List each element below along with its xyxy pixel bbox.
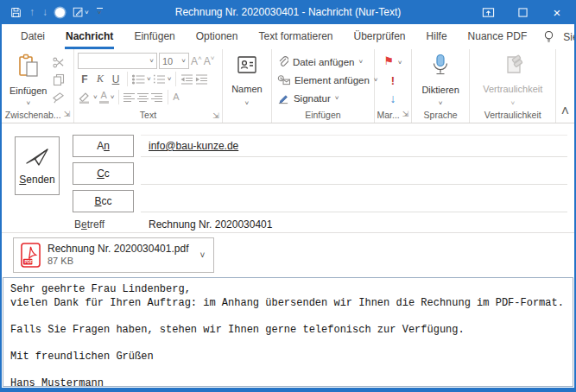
bcc-field[interactable] bbox=[141, 190, 567, 212]
group-label-einfuegen: Einfügen bbox=[305, 110, 340, 120]
paperclip-icon bbox=[277, 55, 288, 68]
redo-down-icon[interactable]: ↓ bbox=[42, 7, 47, 17]
to-recipient[interactable]: info@bau-kunze.de bbox=[149, 140, 238, 152]
chevron-up-icon: ˄ bbox=[561, 104, 569, 119]
circle-icon[interactable] bbox=[55, 8, 65, 17]
attach-file-button[interactable]: Datei anfügen ˅ bbox=[277, 54, 378, 70]
tell-me-label: Sie wüns bbox=[563, 31, 574, 43]
cut-icon[interactable] bbox=[52, 55, 65, 70]
titlebar: ↑ ↓ ˅ ˅ Rechnung Nr. 2020030401 - Nachri… bbox=[2, 0, 574, 24]
shrink-font-button[interactable]: A˅ bbox=[204, 55, 215, 67]
align-left-icon[interactable] bbox=[123, 92, 136, 103]
align-right-icon[interactable] bbox=[151, 92, 163, 103]
cc-field[interactable] bbox=[141, 162, 567, 185]
cc-button[interactable]: Cc bbox=[73, 162, 134, 185]
numbered-list-icon[interactable] bbox=[153, 74, 166, 85]
group-zwischenablage: Einfügen ˅ bbox=[2, 49, 74, 123]
copy-icon[interactable] bbox=[52, 73, 65, 87]
svg-text:PDF: PDF bbox=[24, 260, 33, 264]
edit-pen-icon[interactable]: ˅ bbox=[73, 7, 89, 18]
group-label-markierungen: Mar... bbox=[377, 110, 400, 120]
dictate-button[interactable]: Diktieren ˅ bbox=[417, 52, 463, 108]
attach-item-icon bbox=[277, 74, 290, 85]
tab-text-formatieren[interactable]: Text formatieren bbox=[248, 24, 343, 49]
paper-plane-icon bbox=[24, 147, 50, 168]
align-center-icon[interactable] bbox=[137, 92, 149, 103]
increase-indent-icon[interactable] bbox=[195, 74, 208, 85]
lightbulb-icon bbox=[542, 29, 555, 44]
group-einfuegen-anhang: Datei anfügen ˅ Element anfügen ˅ bbox=[272, 49, 375, 123]
attachment-chevron-icon[interactable]: ˅ bbox=[199, 250, 205, 260]
tab-nuance-pdf[interactable]: Nuance PDF bbox=[458, 24, 538, 49]
underline-button[interactable]: U bbox=[109, 73, 123, 85]
signature-pen-icon bbox=[277, 92, 289, 104]
send-label: Senden bbox=[19, 174, 54, 186]
quick-access-toolbar: ↑ ↓ ˅ ˅ bbox=[2, 7, 103, 18]
clear-formatting-icon[interactable]: A bbox=[173, 92, 179, 102]
attach-item-button[interactable]: Element anfügen ˅ bbox=[277, 72, 378, 88]
italic-button[interactable]: K bbox=[93, 73, 107, 85]
font-size-combobox[interactable]: 10˅ bbox=[159, 53, 189, 69]
subject-field[interactable]: Rechnung Nr. 2020030401 bbox=[149, 218, 272, 231]
follow-up-flag-icon[interactable]: ⚑ ˅ bbox=[384, 53, 402, 68]
outlook-message-window: ↑ ↓ ˅ ˅ Rechnung Nr. 2020030401 - Nachri… bbox=[0, 0, 576, 392]
paste-button[interactable]: Einfügen ˅ bbox=[5, 52, 51, 108]
tab-einfuegen[interactable]: Einfügen bbox=[123, 24, 185, 49]
low-importance-icon[interactable]: ↓ bbox=[389, 92, 396, 104]
tell-me-search[interactable]: Sie wüns bbox=[537, 24, 574, 49]
tab-ueberpruefen[interactable]: Überprüfen bbox=[344, 24, 416, 49]
sensitivity-tag-icon bbox=[502, 54, 524, 76]
to-button[interactable]: An bbox=[73, 135, 134, 157]
group-label-text: Text bbox=[140, 110, 156, 120]
tab-datei[interactable]: Datei bbox=[10, 24, 55, 49]
tab-hilfe[interactable]: Hilfe bbox=[416, 24, 458, 49]
maximize-button[interactable] bbox=[505, 0, 540, 24]
bullet-list-icon[interactable] bbox=[132, 74, 145, 85]
attachment-chip[interactable]: PDF Rechnung Nr. 2020030401.pdf 87 KB ˅ bbox=[13, 237, 214, 273]
tab-optionen[interactable]: Optionen bbox=[186, 24, 249, 49]
group-markierungen: ⚑ ˅ ! ↓ Mar... ⇲ bbox=[375, 49, 412, 123]
address-book-icon bbox=[236, 54, 258, 76]
send-button[interactable]: Senden bbox=[15, 136, 60, 195]
group-namen: Namen ˅ bbox=[223, 49, 272, 123]
names-button[interactable]: Namen ˅ bbox=[227, 52, 266, 108]
collapse-ribbon-button[interactable]: ˄ bbox=[556, 49, 574, 123]
to-field[interactable]: info@bau-kunze.de bbox=[141, 135, 567, 157]
bcc-button[interactable]: Bcc bbox=[73, 190, 134, 212]
pdf-file-icon: PDF bbox=[21, 243, 41, 268]
font-color-icon[interactable]: A bbox=[99, 91, 109, 104]
attachment-well: PDF Rechnung Nr. 2020030401.pdf 87 KB ˅ bbox=[2, 233, 574, 276]
high-importance-icon[interactable]: ! bbox=[391, 75, 395, 86]
dialog-launcher-icon[interactable]: ⇲ bbox=[402, 111, 409, 118]
compose-header: Senden An info@bau-kunze.de Cc Bcc Betre… bbox=[2, 123, 574, 233]
sensitivity-button[interactable]: Vertraulichkeit ˅ bbox=[478, 52, 547, 108]
bold-button[interactable]: F bbox=[78, 73, 92, 85]
ribbon-tabbar: Datei Nachricht Einfügen Optionen Text f… bbox=[2, 24, 574, 49]
font-name-combobox[interactable]: ˅ bbox=[78, 53, 157, 69]
close-button[interactable]: × bbox=[540, 0, 574, 24]
save-icon[interactable] bbox=[10, 7, 22, 18]
group-label-vertraulichkeit: Vertraulichkeit bbox=[484, 110, 541, 120]
group-label-sprache: Sprache bbox=[424, 110, 458, 120]
ribbon: Einfügen ˅ bbox=[2, 49, 574, 123]
attachment-size: 87 KB bbox=[47, 256, 188, 268]
grow-font-button[interactable]: A˄ bbox=[191, 55, 202, 67]
attachment-filename: Rechnung Nr. 2020030401.pdf bbox=[47, 243, 188, 256]
tab-nachricht[interactable]: Nachricht bbox=[55, 24, 123, 49]
dialog-launcher-icon[interactable]: ⇲ bbox=[64, 111, 71, 118]
window-controls: × bbox=[471, 0, 574, 24]
signature-button[interactable]: Signatur ˅ bbox=[277, 90, 378, 106]
undo-up-icon[interactable]: ↑ bbox=[29, 7, 35, 17]
format-painter-icon[interactable] bbox=[52, 90, 65, 104]
group-sprache: Diktieren ˅ Sprache bbox=[412, 49, 470, 123]
ribbon-display-options-button[interactable] bbox=[471, 0, 505, 24]
customize-qat-icon[interactable]: ˅ bbox=[97, 8, 103, 16]
message-body-editor[interactable]: Sehr geehrte Frau Lindenberg, vielen Dan… bbox=[3, 277, 573, 387]
group-vertraulichkeit: Vertraulichkeit ˅ Vertraulichkeit bbox=[470, 49, 556, 123]
highlight-pen-icon[interactable] bbox=[78, 91, 92, 104]
dialog-launcher-icon[interactable]: ⇲ bbox=[212, 112, 219, 120]
subject-label: Betreff bbox=[74, 218, 104, 231]
message-body-text[interactable]: Sehr geehrte Frau Lindenberg, vielen Dan… bbox=[10, 283, 566, 387]
group-text: ˅ 10˅ A˄ A˅ F K U bbox=[74, 49, 223, 123]
decrease-indent-icon[interactable] bbox=[180, 74, 193, 85]
